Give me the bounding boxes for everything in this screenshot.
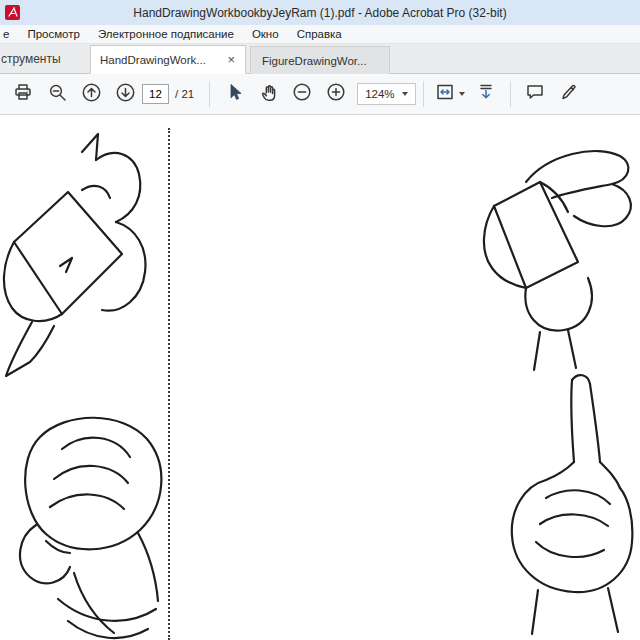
zoom-value: 124%	[365, 88, 394, 100]
title-bar: HandDrawingWorkbookbyJeyRam (1).pdf - Ad…	[0, 0, 640, 25]
zoom-out-button[interactable]	[285, 79, 319, 109]
toolbar-separator	[510, 81, 511, 107]
toolbar-separator	[423, 81, 424, 107]
window-title: HandDrawingWorkbookbyJeyRam (1).pdf - Ad…	[0, 6, 640, 20]
printer-icon	[13, 82, 33, 106]
chevron-down-icon	[459, 92, 465, 96]
document-tab-bar: струменты HandDrawingWork... × FigureDra…	[0, 44, 640, 74]
circle-minus-icon	[292, 82, 312, 106]
page-fit-dropdown[interactable]	[431, 79, 469, 109]
circle-plus-icon	[326, 82, 346, 106]
magnifier-icon	[48, 83, 67, 106]
menu-bar: е Просмотр Электронное подписание Окно С…	[0, 25, 640, 44]
clenched-fist-hand-sketch	[0, 403, 173, 640]
zoom-in-button[interactable]	[319, 79, 353, 109]
pencil-icon	[559, 82, 579, 106]
speech-bubble-icon	[525, 82, 545, 106]
circle-up-arrow-icon	[81, 82, 102, 107]
hand-icon	[259, 83, 278, 106]
zoom-level-dropdown[interactable]: 124%	[357, 83, 415, 105]
hand-tool-button[interactable]	[251, 79, 285, 109]
page-count-label: / 21	[175, 88, 194, 100]
menu-item-view[interactable]: Просмотр	[18, 28, 89, 40]
previous-page-button[interactable]	[74, 79, 108, 109]
tab-figure-drawing-workbook[interactable]: FigureDrawingWor...	[250, 46, 390, 74]
tab-hand-drawing-workbook[interactable]: HandDrawingWork... ×	[90, 45, 246, 74]
chevron-down-icon	[402, 92, 408, 96]
close-icon[interactable]: ×	[226, 53, 236, 66]
fill-sign-button[interactable]	[552, 79, 586, 109]
main-toolbar: / 21 124%	[0, 74, 640, 115]
scroll-page-icon	[476, 82, 496, 106]
scrolling-mode-button[interactable]	[469, 79, 503, 109]
relaxed-side-hand-sketch	[478, 142, 638, 372]
next-page-button[interactable]	[108, 79, 142, 109]
cursor-arrow-icon	[225, 83, 243, 105]
tab-label: FigureDrawingWor...	[262, 55, 367, 67]
comment-button[interactable]	[518, 79, 552, 109]
select-tool-button[interactable]	[217, 79, 251, 109]
pinched-fingers-hand-sketch	[0, 130, 163, 395]
toolbar-separator	[209, 81, 210, 107]
menu-item-cutoff[interactable]: е	[0, 28, 18, 40]
marquee-zoom-button[interactable]	[40, 79, 74, 109]
pdf-page[interactable]	[0, 115, 640, 640]
tools-tab-label[interactable]: струменты	[1, 52, 81, 66]
tab-label: HandDrawingWork...	[100, 54, 206, 66]
circle-down-arrow-icon	[115, 82, 136, 107]
page-number-input[interactable]	[142, 84, 169, 104]
print-button[interactable]	[6, 79, 40, 109]
pointing-finger-hand-sketch	[490, 370, 640, 640]
fit-width-icon	[435, 82, 455, 106]
menu-item-window[interactable]: Окно	[243, 28, 288, 40]
menu-item-esign[interactable]: Электронное подписание	[89, 28, 243, 40]
menu-item-help[interactable]: Справка	[288, 28, 351, 40]
